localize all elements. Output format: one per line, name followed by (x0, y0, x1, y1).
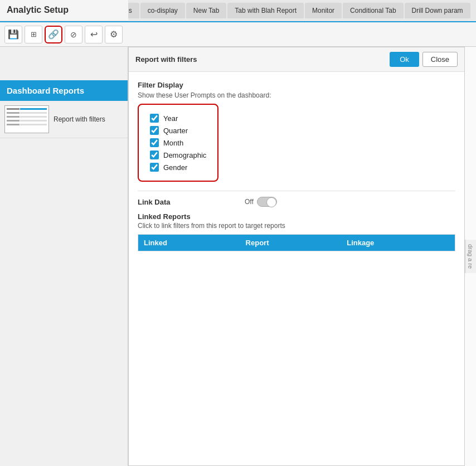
link-data-section: Link Data Off (138, 191, 455, 212)
main-layout: Analytic Setup Dashboard Reports (0, 47, 476, 466)
ok-button[interactable]: Ok (390, 52, 419, 67)
checkbox-demographic-row: Demographic (150, 151, 206, 159)
checkbox-year-row: Year (150, 114, 206, 123)
link-icon: 🔗 (48, 29, 59, 40)
tab-co-display[interactable]: co-display (140, 3, 185, 18)
tab-blah-report[interactable]: Tab with Blah Report (227, 3, 304, 18)
layout-button[interactable]: ⊞ (25, 26, 42, 43)
linked-reports-title: Linked Reports (138, 212, 455, 221)
sidebar-title: Dashboard Reports (0, 80, 128, 101)
checkbox-month-row: Month (150, 138, 206, 147)
link-data-toggle[interactable] (257, 197, 277, 207)
checkbox-quarter-label: Quarter (163, 127, 188, 135)
content-area: Report with filters Ok Close Filter Disp… (128, 47, 476, 466)
dialog-body: Filter Display Show these User Prompts o… (129, 72, 464, 260)
checkbox-year[interactable] (150, 114, 159, 123)
link-button[interactable]: 🔗 (45, 26, 62, 43)
filter-checkboxes-container: Year Quarter Month Demographic (138, 104, 218, 182)
checkbox-demographic-label: Demographic (163, 151, 206, 159)
tab-drill-down[interactable]: Drill Down param (405, 3, 470, 18)
tab-co-display-label: co-display (148, 7, 178, 14)
sidebar-item-report-with-filters[interactable]: Report with filters (0, 101, 128, 138)
save-button[interactable]: 💾 (4, 26, 22, 43)
tab-conditional[interactable]: Conditional Tab (343, 3, 404, 18)
dialog-panel: Report with filters Ok Close Filter Disp… (128, 47, 465, 466)
settings-button[interactable]: ⚙ (105, 26, 123, 43)
dialog-actions: Ok Close (390, 52, 458, 67)
settings-icon: ⚙ (110, 29, 118, 40)
checkbox-gender-label: Gender (163, 163, 187, 172)
checkbox-year-label: Year (163, 114, 178, 123)
close-button[interactable]: Close (422, 52, 458, 67)
col-linked-header: Linked (138, 235, 240, 251)
undo-button[interactable]: ↩ (85, 26, 103, 43)
toggle-container: Off (245, 197, 277, 207)
linked-reports-description: Click to link filters from this report t… (138, 222, 455, 230)
linked-reports-section: Linked Reports Click to link filters fro… (138, 212, 455, 251)
checkbox-quarter[interactable] (150, 126, 159, 135)
checkbox-gender[interactable] (150, 163, 159, 172)
analytic-setup-label: Analytic Setup (0, 0, 128, 21)
checkbox-gender-row: Gender (150, 163, 206, 172)
save-icon: 💾 (8, 29, 19, 40)
toggle-off-label: Off (245, 198, 254, 206)
tab-drill-down-label: Drill Down param (412, 7, 463, 14)
filter-display-description: Show these User Prompts on the dashboard… (138, 91, 455, 99)
col-linkage-header: Linkage (341, 235, 455, 251)
sidebar-item-label: Report with filters (54, 115, 105, 123)
undo-icon: ↩ (90, 29, 98, 40)
dialog-title: Report with filters (135, 55, 197, 64)
tab-new-tab-2-label: New Tab (193, 7, 219, 14)
report-thumbnail (4, 105, 49, 133)
checkbox-demographic[interactable] (150, 151, 159, 159)
linked-table-header-row: Linked Report Linkage (138, 235, 455, 251)
toolbar: 💾 ⊞ 🔗 ⊘ ↩ ⚙ (0, 22, 476, 47)
tab-new-tab-2[interactable]: New Tab (186, 3, 226, 18)
link-data-label: Link Data (138, 198, 238, 206)
checkbox-quarter-row: Quarter (150, 126, 206, 135)
tab-conditional-label: Conditional Tab (350, 7, 396, 14)
tab-monitor[interactable]: Monitor (305, 3, 342, 18)
right-drag-hint: drag a re (465, 240, 476, 273)
checkbox-month[interactable] (150, 138, 159, 147)
checkbox-month-label: Month (163, 139, 183, 147)
tab-blah-report-label: Tab with Blah Report (235, 7, 297, 14)
dialog-header: Report with filters Ok Close (129, 47, 464, 72)
filter-button[interactable]: ⊘ (65, 26, 82, 43)
filter-display-heading: Filter Display (138, 81, 455, 89)
filter-display-section: Filter Display Show these User Prompts o… (138, 81, 455, 182)
tab-monitor-label: Monitor (312, 7, 334, 14)
filter-icon: ⊘ (70, 30, 77, 39)
linked-reports-table: Linked Report Linkage (138, 234, 455, 251)
layout-icon: ⊞ (31, 30, 37, 38)
col-report-header: Report (240, 235, 342, 251)
sidebar: Analytic Setup Dashboard Reports (0, 47, 128, 466)
